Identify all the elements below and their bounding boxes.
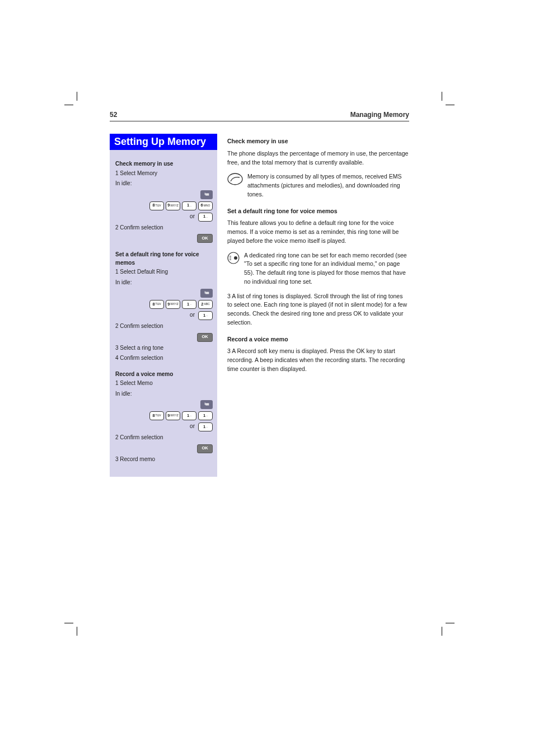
or-text: or [190,311,195,320]
key-row: 8TUV 9WXYZ 1.. 6MNO [115,201,213,210]
key-row: or 1.. [115,422,213,431]
note-text: Memory is consumed by all types of memos… [247,172,409,199]
key-1: 1.. [182,411,196,420]
page-number: 52 [110,111,117,119]
left-block-title: Set a default ring tone for voice memos [115,251,213,267]
right-column: Check memory in use The phone displays t… [217,134,409,382]
ok-key: OK [197,333,213,342]
ok-key: OK [197,234,213,243]
key-1: 1.. [198,311,213,320]
step-label: 3 Record memo [115,456,213,464]
menu-icon: ≔ [200,190,213,199]
key-8: 8TUV [149,201,164,210]
step-text: In idle: [115,180,213,188]
key-row: ≔ [115,400,213,409]
key-row: or 1.. [115,311,213,320]
key-row: 8TUV 9WXYZ 1.. 2ABC [115,300,213,309]
key-row: or 1.. [115,213,213,222]
key-1: 1.. [198,411,213,420]
step-text: In idle: [115,279,213,287]
right-block-record: Record a voice memo 3 A Record soft key … [227,335,409,374]
step-label: 3 Select a ring tone [115,344,213,353]
step-label: 2 Confirm selection [115,322,213,331]
step-label: 2 Confirm selection [115,224,213,232]
step-label: 2 Confirm selection [115,434,213,442]
header-divider [110,121,409,121]
step-label: 1 Select Memo [115,379,213,388]
key-9: 9WXYZ [166,201,180,210]
step-paragraph: 3 A Record soft key menu is displayed. P… [227,347,409,373]
key-6: 6MNO [198,201,213,210]
key-row: OK [115,333,213,342]
paragraph: This feature allows you to define a defa… [227,219,409,245]
key-1: 1.. [198,213,213,222]
left-block-title: Record a voice memo [115,370,213,379]
note-row: Memory is consumed by all types of memos… [227,172,409,199]
left-block-record: Record a voice memo 1 Select Memo In idl… [115,370,213,464]
paragraph: The phone displays the percentage of mem… [227,149,409,167]
left-block-memory: Check memory in use 1 Select Memory In i… [115,160,213,243]
sub-title: Set a default ring tone for voice memos [227,207,409,216]
or-text: or [190,422,195,431]
sub-title: Check memory in use [227,137,409,146]
step-label: 1 Select Memory [115,170,213,178]
key-row: 8TUV 9WXYZ 1.. 1.. [115,411,213,420]
svg-point-2 [234,256,237,260]
key-row: ≔ [115,190,213,199]
key-1: 1.. [198,422,213,431]
right-block-memory: Check memory in use The phone displays t… [227,137,409,199]
note-icon [227,252,240,264]
note-text: A dedicated ring tone can be set for eac… [244,251,409,287]
key-row: OK [115,444,213,453]
left-block-title: Check memory in use [115,160,213,168]
or-text: or [190,213,195,222]
key-8: 8TUV [149,411,164,420]
note-icon [227,173,243,185]
key-row: ≔ [115,289,213,298]
step-paragraph: 3 A list of ring tones is displayed. Scr… [227,292,409,327]
menu-icon: ≔ [200,400,213,409]
note-row: A dedicated ring tone can be set for eac… [227,251,409,287]
left-column: Setting Up Memory Check memory in use 1 … [110,134,217,477]
key-9: 9WXYZ [166,300,180,309]
sub-title: Record a voice memo [227,335,409,344]
key-8: 8TUV [149,300,164,309]
step-label: 4 Confirm selection [115,354,213,363]
section-header: Setting Up Memory [110,134,217,150]
step-label: 1 Select Default Ring [115,268,213,276]
chapter-title: Managing Memory [350,111,409,119]
menu-icon: ≔ [200,289,213,298]
svg-point-0 [228,173,242,185]
key-1: 1.. [182,300,196,309]
left-block-ring: Set a default ring tone for voice memos … [115,251,213,363]
ok-key: OK [197,444,213,453]
key-row: OK [115,234,213,243]
step-text: In idle: [115,390,213,398]
key-9: 9WXYZ [166,411,180,420]
key-1: 1.. [182,201,196,210]
key-2: 2ABC [198,300,213,309]
right-block-ring: Set a default ring tone for voice memos … [227,207,409,327]
